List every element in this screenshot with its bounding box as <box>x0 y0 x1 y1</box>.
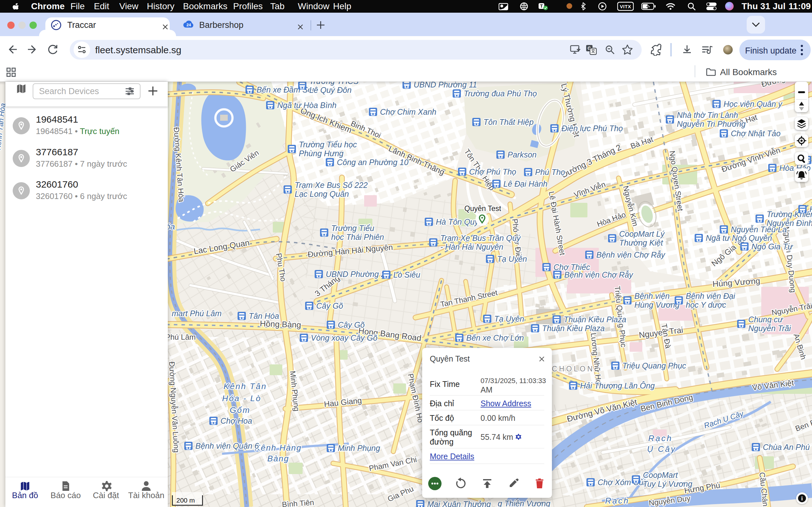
svg-text:Ngô Gia Tự: Ngô Gia Tự <box>751 242 793 251</box>
svg-text:Kênh Hàng: Kênh Hàng <box>255 443 302 452</box>
svg-text:Phùng Hưng: Phùng Hưng <box>299 149 344 158</box>
svg-text:Hùng Vương: Hùng Vương <box>635 300 679 309</box>
svg-text:Trường Tiểu học: Trường Tiểu học <box>299 140 357 149</box>
svg-text:Kênh Tân: Kênh Tân <box>223 382 267 391</box>
svg-text:Thuận Kiều Plaza: Thuận Kiều Plaza <box>564 315 626 324</box>
svg-text:Cây Gõ: Cây Gõ <box>316 301 343 310</box>
svg-text:Bệnh viện Chợ Rẫy: Bệnh viện Chợ Rẫy <box>564 270 633 279</box>
svg-text:Lạc Long Quân: Lạc Long Quân <box>295 189 349 199</box>
svg-text:T: T <box>540 3 543 9</box>
svg-text:Thuận Kiều Plaza: Thuận Kiều Plaza <box>542 324 605 333</box>
svg-text:VITX: VITX <box>620 4 631 9</box>
svg-text:Quyên Test: Quyên Test <box>464 205 502 213</box>
svg-text:Tôn Thất Hiệp: Tôn Thất Hiệp <box>484 118 534 126</box>
svg-text:Chung cư: Chung cư <box>748 315 783 324</box>
svg-text:Hóa - Lò: Hóa - Lò <box>222 394 261 403</box>
svg-text:học Y dược: học Y dược <box>686 300 726 309</box>
svg-text:Công an Phường 10: Công an Phường 10 <box>337 158 409 167</box>
svg-text:UBND Phường 2: UBND Phường 2 <box>326 270 386 279</box>
svg-text:Phú Thọ: Phú Thọ <box>535 168 565 176</box>
svg-text:Trạm Xe Bus Số 222: Trạm Xe Bus Số 222 <box>295 181 368 189</box>
svg-text:Tuy Lý Vương: Tuy Lý Vương <box>643 480 693 488</box>
svg-text:Điện lực Phú Thọ: Điện lực Phú Thọ <box>561 124 623 133</box>
svg-text:Bến xe Chợ Lớn: Bến xe Chợ Lớn <box>466 333 524 342</box>
svg-text:Bến xe Đầm Sen: Bến xe Đầm Sen <box>257 85 316 94</box>
svg-text:Gốm: Gốm <box>230 405 250 415</box>
svg-text:Bệnh viện Đại: Bệnh viện Đại <box>686 291 735 300</box>
svg-text:Vòng xoay Cây Gõ: Vòng xoay Cây Gõ <box>311 333 377 342</box>
svg-text:mart Phú Lâm: mart Phú Lâm <box>171 309 221 318</box>
svg-text:Lê Đại Hành: Lê Đại Hành <box>503 179 548 188</box>
svg-text:học Thái Phiên: học Thái Phiên <box>331 233 384 241</box>
svg-text:Mai Xuân Thưởng: Mai Xuân Thưởng <box>427 500 491 507</box>
svg-text:Chùa An Phú: Chùa An Phú <box>763 443 810 452</box>
svg-text:Bệnh viện Chợ Rẫy: Bệnh viện Chợ Rẫy <box>596 250 665 259</box>
svg-text:Chợ Nhật Tảo: Chợ Nhật Tảo <box>731 129 780 138</box>
svg-text:Tân Hóa: Tân Hóa <box>249 312 279 320</box>
svg-text:Chợ Hoa: Chợ Hoa <box>220 416 252 425</box>
svg-text:Học viện Quân y: Học viện Quân y <box>723 100 782 108</box>
svg-text:Nguyễn Tri Phương: Nguyễn Tri Phương <box>677 119 746 128</box>
svg-text:Bệnh viện: Bệnh viện <box>635 291 670 300</box>
svg-text:Tạ Uyên: Tạ Uyên <box>494 314 524 323</box>
svg-text:Ngã tư Ngô Quyền: Ngã tư Ngô Quyền <box>706 233 772 242</box>
svg-text:Cây Gõ: Cây Gõ <box>338 320 365 329</box>
svg-text:Minh Phụng: Minh Phụng <box>338 444 380 452</box>
svg-text:Triệu Quang Phục: Triệu Quang Phục <box>622 361 687 370</box>
svg-text:Lê Quý Đôn: Lê Quý Đôn <box>309 86 351 95</box>
svg-text:Trường Tiểu: Trường Tiểu <box>331 224 374 233</box>
svg-text:CoopMart: CoopMart <box>643 470 678 480</box>
svg-text:g Thiện Vương: g Thiện Vương <box>498 499 550 507</box>
svg-text:Nguyễn Đình Chiểu: Nguyễn Đình Chiểu <box>767 219 812 228</box>
svg-text:- Hàn Hải Nguyên: - Hàn Hải Nguyên <box>440 242 503 251</box>
svg-text:Nhà thờ Tin Lành: Nhà thờ Tin Lành <box>677 111 738 119</box>
svg-text:Rạch: Rạch <box>605 496 629 505</box>
svg-text:Chợ Chim Xanh: Chợ Chim Xanh <box>380 107 437 116</box>
svg-text:Trạm Xe Bus Trần Quý: Trạm Xe Bus Trần Quý <box>440 233 521 242</box>
svg-text:Hoà: Hoà <box>809 205 812 214</box>
svg-text:Phú Lâm: Phú Lâm <box>165 333 196 341</box>
svg-text:Nguyễn Trãi: Nguyễn Trãi <box>748 324 792 333</box>
svg-text:24: 24 <box>187 22 191 27</box>
svg-text:Chợ Phú Thọ: Chợ Phú Thọ <box>469 167 516 176</box>
svg-text:Hải Thượng Lãn Ông: Hải Thượng Lãn Ông <box>580 381 655 390</box>
svg-text:Trường đua Phú Thọ: Trường đua Phú Thọ <box>464 89 537 98</box>
svg-text:Tạ Uyên: Tạ Uyên <box>497 255 527 263</box>
svg-text:Ngã tư Hòa Bình: Ngã tư Hòa Bình <box>277 101 337 110</box>
svg-text:CHOLON: CHOLON <box>552 365 595 373</box>
svg-text:Rạch: Rạch <box>648 434 673 443</box>
svg-text:Bàng: Bàng <box>267 454 289 463</box>
svg-text:Parkson: Parkson <box>507 150 537 159</box>
svg-text:Bệnh viện Quận 6: Bệnh viện Quận 6 <box>195 441 259 450</box>
svg-text:Thường Kiệt: Thường Kiệt <box>619 238 663 247</box>
svg-text:Ụ Cây: Ụ Cây <box>647 444 676 454</box>
svg-text:Lò Siêu: Lò Siêu <box>393 270 420 279</box>
svg-text:CoopMart Lý: CoopMart Lý <box>619 229 665 238</box>
